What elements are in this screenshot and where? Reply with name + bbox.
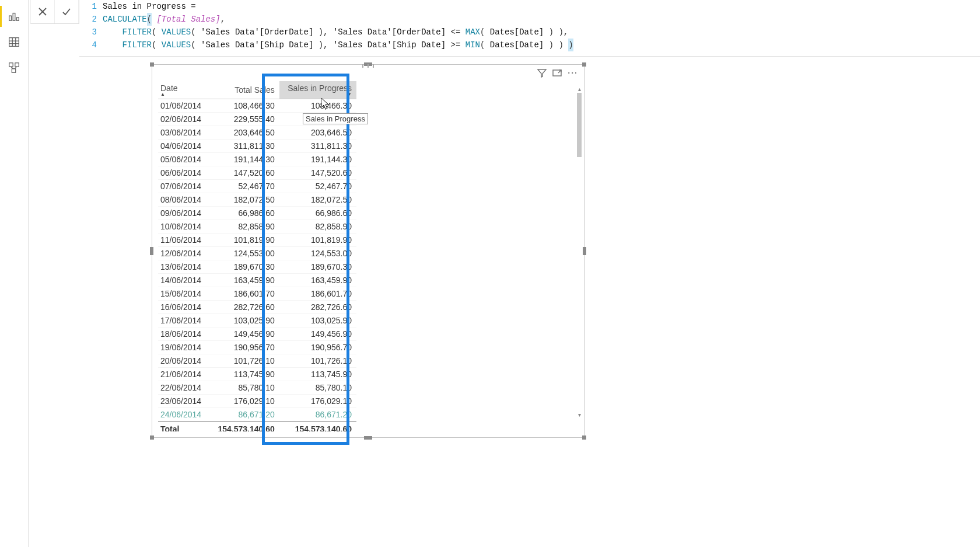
visual-toolbar: ··· bbox=[537, 68, 578, 80]
table-row[interactable]: 21/06/2014113,745.90113,745.90 bbox=[158, 368, 356, 381]
commit-button[interactable] bbox=[55, 0, 79, 23]
table-row[interactable]: 04/06/2014311,811.30311,811.30 bbox=[158, 140, 356, 153]
cell-date: 21/06/2014 bbox=[158, 368, 210, 381]
cell-sales-in-progress: 311,811.30 bbox=[279, 140, 356, 153]
svg-rect-8 bbox=[9, 63, 13, 67]
cell-date: 11/06/2014 bbox=[158, 234, 210, 247]
table-row[interactable]: 19/06/2014190,956.70190,956.70 bbox=[158, 341, 356, 354]
operator: >= bbox=[446, 39, 466, 51]
data-view-button[interactable] bbox=[0, 29, 28, 55]
resize-handle-left[interactable] bbox=[150, 247, 153, 255]
table-row[interactable]: 09/06/201466,986.6066,986.60 bbox=[158, 207, 356, 220]
code-token: ) ) bbox=[544, 39, 568, 51]
totals-sales-in-progress: 154,573,140.60 bbox=[279, 421, 356, 431]
column-ref: 'Sales Data'[OrderDate] bbox=[201, 26, 313, 39]
cancel-button[interactable] bbox=[31, 0, 55, 23]
cell-total-sales: 229,555.40 bbox=[210, 113, 279, 126]
cell-date: 08/06/2014 bbox=[158, 193, 210, 207]
table-row[interactable]: 23/06/2014176,029.10176,029.10 bbox=[158, 395, 356, 408]
cell-sales-in-progress: 191,144.30 bbox=[279, 153, 356, 166]
cell-total-sales: 82,858.90 bbox=[210, 220, 279, 234]
report-view-button[interactable] bbox=[0, 4, 28, 29]
table-row[interactable]: 05/06/2014191,144.30191,144.30 bbox=[158, 153, 356, 166]
scroll-down-icon[interactable]: ▾ bbox=[576, 410, 583, 419]
svg-rect-0 bbox=[9, 16, 12, 20]
scrollbar-thumb[interactable] bbox=[577, 93, 582, 157]
measure-name: Sales in Progress bbox=[103, 0, 186, 13]
formula-bar: 1 Sales in Progress = 2 CALCULATE ( [Tot… bbox=[30, 0, 980, 58]
cell-date: 14/06/2014 bbox=[158, 274, 210, 287]
cell-date: 03/06/2014 bbox=[158, 126, 210, 140]
model-icon bbox=[8, 61, 20, 74]
resize-corner-tr[interactable] bbox=[582, 62, 586, 67]
column-header-date[interactable]: Date ▲ bbox=[158, 81, 210, 99]
cell-sales-in-progress: 101,726.10 bbox=[279, 354, 356, 368]
model-view-button[interactable] bbox=[0, 55, 28, 81]
table-row[interactable]: 06/06/2014147,520.60147,520.60 bbox=[158, 166, 356, 180]
table-row[interactable]: 20/06/2014101,726.10101,726.10 bbox=[158, 354, 356, 368]
table-row[interactable]: 11/06/2014101,819.90101,819.90 bbox=[158, 234, 356, 247]
resize-handle-bottom[interactable] bbox=[364, 436, 372, 440]
code-token: ( bbox=[480, 26, 490, 39]
table-row[interactable]: 07/06/201452,467.7052,467.70 bbox=[158, 180, 356, 193]
scroll-up-icon[interactable]: ▴ bbox=[576, 85, 583, 93]
table-row[interactable]: 18/06/2014149,456.90149,456.90 bbox=[158, 327, 356, 341]
cell-sales-in-progress: 101,819.90 bbox=[279, 234, 356, 247]
cell-date: 02/06/2014 bbox=[158, 113, 210, 126]
svg-rect-2 bbox=[17, 18, 19, 21]
cell-date: 06/06/2014 bbox=[158, 166, 210, 180]
filter-icon[interactable] bbox=[537, 68, 547, 80]
more-options-icon[interactable]: ··· bbox=[568, 68, 578, 80]
table-row[interactable]: 08/06/2014182,072.50182,072.50 bbox=[158, 193, 356, 207]
cell-total-sales: 86,671.20 bbox=[210, 408, 279, 422]
resize-corner-bl[interactable] bbox=[150, 435, 154, 440]
dax-keyword: CALCULATE bbox=[103, 13, 147, 26]
table-row[interactable]: 13/06/2014189,670.30189,670.30 bbox=[158, 260, 356, 274]
table-row[interactable]: 16/06/2014282,726.60282,726.60 bbox=[158, 301, 356, 314]
cell-date: 13/06/2014 bbox=[158, 260, 210, 274]
x-icon bbox=[38, 7, 47, 16]
svg-rect-10 bbox=[12, 69, 15, 72]
line-number: 4 bbox=[79, 39, 103, 51]
cell-total-sales: 176,029.10 bbox=[210, 395, 279, 408]
column-ref: Dates[Date] bbox=[490, 39, 544, 51]
vertical-scrollbar[interactable]: ▴ ▾ bbox=[576, 85, 583, 419]
cell-sales-in-progress: 113,745.90 bbox=[279, 368, 356, 381]
svg-rect-1 bbox=[13, 13, 15, 21]
cell-date: 17/06/2014 bbox=[158, 314, 210, 327]
focus-mode-icon[interactable] bbox=[552, 68, 562, 80]
cell-total-sales: 149,456.90 bbox=[210, 327, 279, 341]
cell-sales-in-progress: 82,858.90 bbox=[279, 220, 356, 234]
table-visual[interactable]: ··· Date ▲ Total Sales Sales in Progress bbox=[152, 64, 584, 438]
table-row[interactable]: 14/06/2014163,459.90163,459.90 bbox=[158, 274, 356, 287]
resize-corner-tl[interactable] bbox=[150, 62, 154, 67]
dax-keyword: FILTER bbox=[123, 39, 152, 51]
indent bbox=[103, 26, 123, 39]
dax-editor[interactable]: 1 Sales in Progress = 2 CALCULATE ( [Tot… bbox=[79, 0, 980, 57]
drag-grip[interactable] bbox=[362, 64, 374, 68]
resize-handle-right[interactable] bbox=[583, 247, 586, 255]
column-ref: 'Sales Data'[OrderDate] bbox=[333, 26, 446, 39]
cell-total-sales: 52,467.70 bbox=[210, 180, 279, 193]
cell-sales-in-progress: 163,459.90 bbox=[279, 274, 356, 287]
column-ref: 'Sales Data'[Ship Date] bbox=[333, 39, 446, 51]
cell-date: 16/06/2014 bbox=[158, 301, 210, 314]
table-row[interactable]: 12/06/2014124,553.00124,553.00 bbox=[158, 247, 356, 260]
cell-sales-in-progress: 85,780.10 bbox=[279, 381, 356, 395]
cell-sales-in-progress: 190,956.70 bbox=[279, 341, 356, 354]
line-number: 3 bbox=[79, 26, 103, 39]
resize-corner-br[interactable] bbox=[582, 435, 586, 440]
table-row[interactable]: 03/06/2014203,646.50203,646.50 bbox=[158, 126, 356, 140]
column-header-total-sales[interactable]: Total Sales bbox=[210, 81, 279, 99]
table-row[interactable]: 22/06/201485,780.1085,780.10 bbox=[158, 381, 356, 395]
table-row[interactable]: 24/06/201486,671.2086,671.20 bbox=[158, 408, 356, 422]
dax-function: MAX bbox=[466, 26, 480, 39]
column-header-sales-in-progress[interactable]: Sales in Progress ▼ bbox=[279, 81, 356, 99]
table-row[interactable]: 17/06/2014103,025.90103,025.90 bbox=[158, 314, 356, 327]
cell-date: 15/06/2014 bbox=[158, 287, 210, 301]
table-row[interactable]: 10/06/201482,858.9082,858.90 bbox=[158, 220, 356, 234]
table-row[interactable]: 15/06/2014186,601.70186,601.70 bbox=[158, 287, 356, 301]
sort-asc-icon: ▲ bbox=[160, 93, 205, 96]
code-token: ( bbox=[152, 39, 162, 51]
cell-date: 05/06/2014 bbox=[158, 153, 210, 166]
